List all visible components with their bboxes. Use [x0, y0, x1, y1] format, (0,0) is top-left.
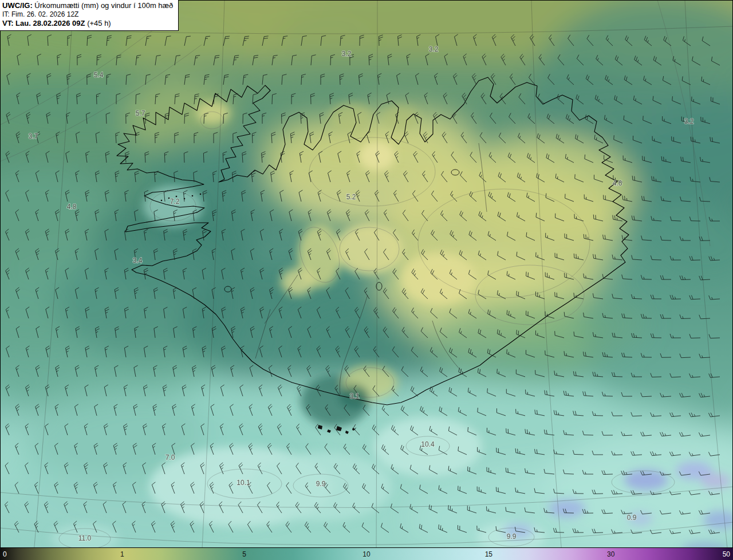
precip-value-label: 7.0	[165, 453, 175, 462]
precip-value-label: 9.9	[507, 533, 517, 541]
precip-value-label: 7.2	[170, 198, 180, 206]
valid-time: VT: Lau. 28.02.2026 09Z	[2, 19, 85, 27]
precip-value-label: 5.2	[346, 193, 356, 201]
colorbar-tick: 15	[485, 548, 492, 560]
precipitation-colorbar: 01510153050	[0, 547, 733, 560]
product-label: UWC/IG:	[2, 1, 33, 10]
init-time-line: IT: Fim. 26. 02. 2026 12Z	[2, 10, 173, 19]
precip-value-label: 9.9	[316, 480, 326, 488]
forecast-title-box: UWC/IG: Úrkomumætti (mm) og vindur í 100…	[0, 0, 179, 31]
precip-value-label: 10.1	[237, 479, 250, 487]
precip-value-label: 10.4	[421, 440, 435, 448]
colorbar-tick: 5	[242, 548, 246, 560]
product-title-line: UWC/IG: Úrkomumætti (mm) og vindur í 100…	[2, 1, 173, 10]
precip-value-label: 0.9	[627, 514, 637, 522]
map-canvas: 5.43.23.25.73.73.24.87.25.24.63.43.17.01…	[0, 0, 733, 560]
weather-forecast-map: 5.43.23.25.73.73.24.87.25.24.63.43.17.01…	[0, 0, 733, 560]
colorbar-tick: 0	[3, 548, 7, 560]
precip-value-label: 5.4	[94, 71, 104, 79]
valid-offset: (+45 h)	[85, 19, 111, 27]
precip-value-label: 3.2	[429, 45, 439, 53]
precip-value-label: 3.2	[684, 117, 694, 125]
colorbar-tick: 1	[120, 548, 124, 560]
colorbar-tick: 10	[362, 548, 370, 560]
precip-value-label: 3.7	[29, 132, 38, 140]
colorbar-tick: 30	[607, 548, 614, 560]
precip-value-label: 3.4	[133, 257, 143, 265]
precip-value-label: 4.8	[67, 203, 77, 211]
product-title: Úrkomumætti (mm) og vindur í 100m hæð	[33, 1, 174, 10]
precip-value-label: 3.2	[342, 50, 352, 58]
precip-value-label: 11.0	[78, 534, 92, 542]
colorbar-tick: 50	[723, 548, 730, 560]
valid-time-line: VT: Lau. 28.02.2026 09Z (+45 h)	[2, 19, 173, 28]
precip-value-label: 5.7	[136, 109, 145, 117]
precip-value-label: 3.1	[350, 392, 360, 400]
precip-value-label: 4.6	[613, 179, 622, 187]
